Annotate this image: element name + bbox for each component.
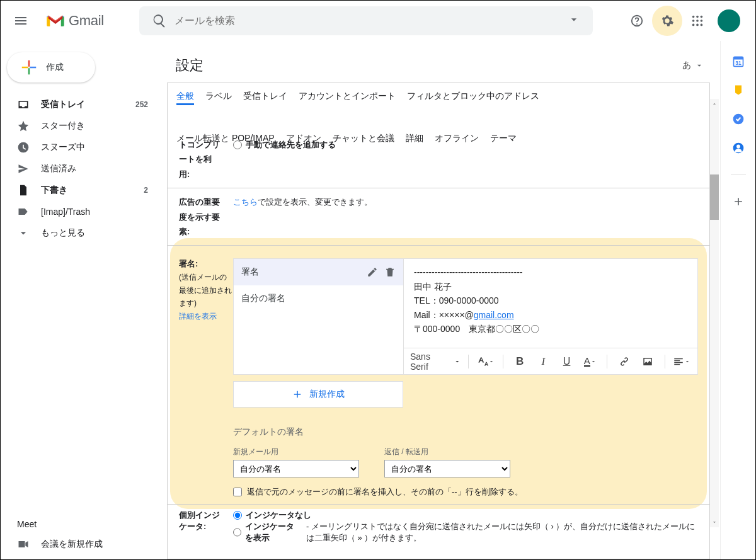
- gear-icon: [660, 14, 674, 28]
- nav-snoozed[interactable]: スヌーズ中: [1, 137, 162, 158]
- svg-text:31: 31: [735, 60, 742, 66]
- align-button[interactable]: [673, 352, 691, 371]
- signature-list-item[interactable]: 自分の署名: [234, 285, 403, 312]
- align-icon: [673, 356, 684, 367]
- nav-imap-trash[interactable]: [Imap]/Trash: [1, 201, 162, 222]
- tab-general[interactable]: 全般: [176, 89, 194, 105]
- search-input[interactable]: [175, 15, 560, 26]
- radio-show-indicators[interactable]: インジケータを表示 - メーリングリストではなく自分宛に送信されたメールには矢印…: [233, 521, 698, 544]
- gmail-logo-icon: [46, 11, 65, 30]
- clock-icon: [17, 141, 30, 154]
- radio-manual-contacts[interactable]: 手動で連絡先を追加する: [233, 137, 701, 152]
- italic-button[interactable]: I: [534, 352, 553, 371]
- caret-down-icon: [684, 356, 690, 367]
- svg-point-6: [692, 24, 695, 26]
- font-family-select[interactable]: Sans Serif: [410, 351, 461, 372]
- signature-learn-more[interactable]: 詳細を表示: [179, 312, 217, 321]
- video-icon: [17, 538, 30, 551]
- settings-panel: 全般 ラベル 受信トレイ アカウントとインポート フィルタとブロック中のアドレス…: [167, 83, 710, 559]
- svg-point-2: [701, 16, 703, 18]
- svg-point-5: [701, 20, 703, 22]
- support-button[interactable]: [624, 8, 650, 33]
- image-button[interactable]: [639, 352, 657, 371]
- meet-title: Meet: [17, 519, 162, 534]
- calendar-addon[interactable]: 31: [732, 55, 745, 67]
- get-addons[interactable]: [732, 195, 745, 208]
- svg-point-1: [696, 16, 699, 18]
- search-bar[interactable]: [139, 6, 593, 35]
- page-title: 設定 あ: [162, 41, 720, 83]
- radio-no-indicators[interactable]: インジケータなし: [233, 510, 698, 521]
- tab-inbox[interactable]: 受信トレイ: [243, 89, 287, 105]
- nav-starred[interactable]: スター付き: [1, 115, 162, 137]
- search-options-button[interactable]: [560, 13, 588, 28]
- scrollbar[interactable]: [710, 99, 719, 527]
- meet-new-meeting[interactable]: 会議を新規作成: [17, 534, 162, 554]
- caret-down-icon: [695, 61, 704, 70]
- help-icon: [630, 14, 644, 28]
- pencil-icon[interactable]: [367, 266, 378, 278]
- svg-point-4: [696, 20, 699, 22]
- nav-more[interactable]: もっと見る: [1, 222, 162, 244]
- apps-grid-icon: [690, 14, 704, 28]
- calendar-icon: 31: [732, 55, 745, 67]
- signature-editor: 署名 自分の署名: [233, 258, 698, 375]
- trash-icon[interactable]: [384, 266, 396, 278]
- link-button[interactable]: [615, 352, 633, 371]
- underline-button[interactable]: U: [558, 352, 576, 371]
- signature-defaults: デフォルトの署名 新規メール用 自分の署名 返信 / 転送用: [233, 414, 698, 498]
- caret-down-icon: [568, 13, 580, 26]
- caret-down-icon: [590, 356, 597, 367]
- section-label: 個別インジ ケータ:: [179, 510, 233, 544]
- new-mail-sig-select[interactable]: 自分の署名: [233, 460, 359, 477]
- nav-sent[interactable]: 送信済み: [1, 158, 162, 180]
- contacts-addon[interactable]: [732, 142, 745, 154]
- tasks-addon[interactable]: [732, 113, 745, 125]
- font-size-button[interactable]: [476, 352, 495, 371]
- tasks-icon: [732, 113, 745, 125]
- signature-toolbar: Sans Serif B I U A: [404, 348, 697, 374]
- keep-addon[interactable]: [732, 84, 745, 96]
- text-color-button[interactable]: A: [581, 352, 599, 371]
- plus-icon: [292, 389, 303, 400]
- tab-filters[interactable]: フィルタとブロック中のアドレス: [407, 89, 539, 105]
- svg-rect-10: [733, 57, 743, 59]
- search-icon: [152, 13, 167, 28]
- chevron-down-icon: [17, 227, 30, 239]
- side-panel: 31: [720, 41, 755, 559]
- tab-labels[interactable]: ラベル: [205, 89, 232, 105]
- bold-button[interactable]: B: [511, 352, 529, 371]
- scroll-up[interactable]: [710, 99, 719, 109]
- ad-settings-link[interactable]: こちら: [233, 197, 258, 207]
- nav-inbox[interactable]: 受信トレイ 252: [1, 94, 162, 115]
- section-signature: 署名: (送信メールの最後に追加されます) 詳細を表示 署名: [168, 245, 709, 504]
- nav-drafts[interactable]: 下書き 2: [1, 180, 162, 201]
- settings-scroll-area: トコンプリ ートを利 用: 手動で連絡先を追加する: [168, 137, 709, 559]
- reply-sig-select[interactable]: 自分の署名: [384, 460, 510, 477]
- gmail-logo[interactable]: Gmail: [41, 11, 109, 30]
- tab-accounts[interactable]: アカウントとインポート: [299, 89, 396, 105]
- keep-icon: [732, 84, 745, 96]
- google-apps-button[interactable]: [685, 8, 710, 33]
- scroll-thumb[interactable]: [710, 174, 719, 220]
- scroll-down[interactable]: [710, 517, 719, 527]
- add-signature-button[interactable]: 新規作成: [233, 381, 403, 408]
- star-icon: [17, 120, 30, 132]
- settings-button[interactable]: [655, 8, 680, 33]
- svg-point-7: [696, 24, 699, 26]
- language-toggle[interactable]: あ: [682, 60, 704, 71]
- signature-textarea[interactable]: ------------------------------------- 田中…: [404, 259, 697, 348]
- main-menu-button[interactable]: [6, 6, 36, 36]
- signature-list-item[interactable]: 署名: [234, 259, 403, 285]
- account-avatar[interactable]: [718, 9, 740, 32]
- signature-email-link[interactable]: gmail.com: [474, 310, 514, 320]
- compose-button[interactable]: 作成: [7, 52, 95, 83]
- section-ad-importance: 広告の重要 度を示す要 素: こちらで設定を表示、変更できます。: [168, 188, 709, 245]
- reply-sig-label: 返信 / 転送用: [384, 447, 510, 457]
- settings-button-highlight: [652, 6, 682, 36]
- svg-point-3: [692, 20, 695, 22]
- section-autocomplete: トコンプリ ートを利 用: 手動で連絡先を追加する: [168, 137, 709, 188]
- insert-before-reply-checkbox[interactable]: 返信で元のメッセージの前に署名を挿入し、その前の「--」行を削除する。: [233, 486, 698, 498]
- file-icon: [17, 184, 30, 197]
- image-icon: [642, 356, 653, 367]
